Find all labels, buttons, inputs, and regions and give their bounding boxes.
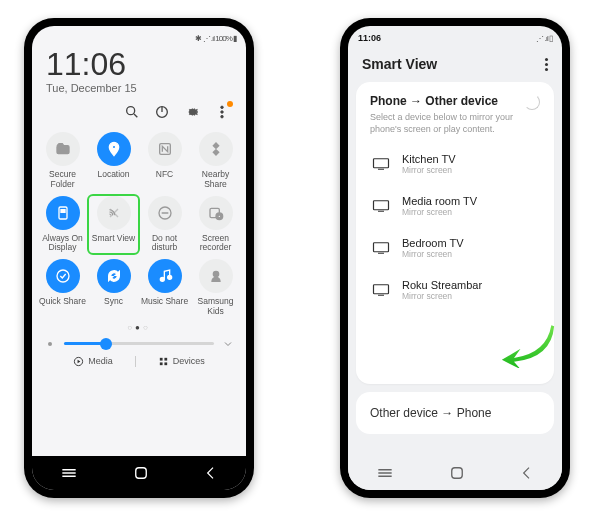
svg-rect-43 [452, 468, 463, 479]
tile-smart-view[interactable]: Smart View [87, 194, 140, 256]
tile-sync[interactable]: Sync [89, 259, 138, 317]
tile-secure-folder[interactable]: SecureFolder [38, 132, 87, 190]
tile-dnd[interactable]: Do notdisturb [140, 196, 189, 254]
svg-rect-24 [160, 357, 163, 360]
device-item[interactable]: Roku StreambarMirror screen [370, 269, 540, 311]
home-button[interactable] [132, 464, 150, 482]
svg-rect-27 [164, 362, 167, 365]
tile-label: Location [97, 170, 129, 188]
svg-marker-23 [78, 359, 81, 363]
folder-icon [46, 132, 80, 166]
search-icon[interactable] [124, 104, 140, 120]
status-right: ✱ ⋰ .ıl 100% ▮ [195, 34, 236, 43]
qshare-icon [46, 259, 80, 293]
power-icon[interactable] [154, 104, 170, 120]
home-button[interactable] [448, 464, 466, 482]
more-icon[interactable] [214, 104, 230, 120]
svg-line-1 [134, 114, 137, 117]
nearby-icon [199, 132, 233, 166]
nav-bar [32, 456, 246, 490]
more-icon[interactable] [545, 58, 548, 71]
devices-button[interactable]: Devices [158, 356, 205, 367]
tile-nearby-share[interactable]: NearbyShare [191, 132, 240, 190]
pin-icon [97, 132, 131, 166]
svg-point-20 [213, 271, 218, 276]
device-sub: Mirror screen [402, 249, 464, 259]
icon-bar [32, 94, 246, 126]
tile-samsung-kids[interactable]: SamsungKids [191, 259, 240, 317]
tile-location[interactable]: Location [89, 132, 138, 190]
svg-rect-32 [374, 159, 389, 168]
gear-icon[interactable] [184, 104, 200, 120]
svg-rect-31 [136, 468, 147, 479]
aod-icon [46, 196, 80, 230]
device-name: Roku Streambar [402, 279, 482, 291]
svg-point-21 [48, 342, 52, 346]
tv-icon [372, 283, 390, 297]
device-sub: Mirror screen [402, 291, 482, 301]
tile-label: Music Share [141, 297, 188, 315]
svg-point-6 [221, 115, 224, 118]
tile-quick-share[interactable]: Quick Share [38, 259, 87, 317]
tile-label: Quick Share [39, 297, 86, 315]
svg-point-19 [167, 275, 171, 279]
date: Tue, December 15 [46, 82, 232, 94]
svg-rect-38 [374, 285, 389, 294]
svg-point-0 [127, 107, 135, 115]
tile-aod[interactable]: Always OnDisplay [38, 196, 87, 254]
smart-view-header: Smart View [348, 48, 562, 82]
tile-screen-rec[interactable]: Screenrecorder [191, 196, 240, 254]
card-subtitle: Select a device below to mirror your pho… [370, 112, 540, 135]
device-item[interactable]: Media room TVMirror screen [370, 185, 540, 227]
tile-label: Screenrecorder [200, 234, 232, 254]
music-icon [148, 259, 182, 293]
back-button[interactable] [203, 465, 219, 481]
other-device-card[interactable]: Other device → Phone [356, 392, 554, 434]
tv-icon [372, 157, 390, 171]
recents-button[interactable] [59, 466, 79, 480]
cast-icon [97, 196, 131, 230]
tile-label: Sync [104, 297, 123, 315]
nfc-icon [148, 132, 182, 166]
page-title: Smart View [362, 56, 437, 72]
rec-icon [199, 196, 233, 230]
svg-point-4 [221, 106, 224, 109]
screen: ✱ ⋰ .ıl 100% ▮ 11:06 Tue, December 15 Se… [32, 26, 246, 490]
svg-rect-7 [57, 146, 69, 154]
back-button[interactable] [519, 465, 535, 481]
tile-label: NFC [156, 170, 173, 188]
svg-point-16 [218, 215, 221, 218]
tv-icon [372, 241, 390, 255]
tile-label: Always OnDisplay [42, 234, 83, 254]
phone-smart-view: 11:06 ⋰ .ıl ▯ Smart View Phone → Other d… [340, 18, 570, 498]
tile-nfc[interactable]: NFC [140, 132, 189, 190]
status-bar: ✱ ⋰ .ıl 100% ▮ [32, 26, 246, 48]
expand-icon[interactable] [222, 338, 234, 350]
tile-label: Smart View [92, 234, 135, 252]
device-name: Media room TV [402, 195, 477, 207]
clock: 11:06 [46, 48, 232, 80]
status-time: 11:06 [358, 33, 381, 43]
screen: 11:06 ⋰ .ıl ▯ Smart View Phone → Other d… [348, 26, 562, 490]
quick-tiles-grid: SecureFolderLocationNFCNearbyShareAlways… [32, 126, 246, 319]
media-button[interactable]: Media [73, 356, 113, 367]
kids-icon [199, 259, 233, 293]
device-item[interactable]: Kitchen TVMirror screen [370, 143, 540, 185]
nav-bar [348, 456, 562, 490]
device-item[interactable]: Bedroom TVMirror screen [370, 227, 540, 269]
svg-rect-34 [374, 201, 389, 210]
svg-rect-26 [160, 362, 163, 365]
phone-quick-settings: ✱ ⋰ .ıl 100% ▮ 11:06 Tue, December 15 Se… [24, 18, 254, 498]
brightness-slider[interactable] [64, 342, 214, 345]
device-sub: Mirror screen [402, 207, 477, 217]
page-indicator: ○●○ [32, 323, 246, 332]
brightness-low-icon [44, 338, 56, 350]
device-name: Kitchen TV [402, 153, 456, 165]
recents-button[interactable] [375, 466, 395, 480]
tile-label: SecureFolder [49, 170, 76, 190]
loading-spinner-icon [524, 94, 540, 110]
status-right: ⋰ .ıl ▯ [536, 34, 552, 43]
tile-music-share[interactable]: Music Share [140, 259, 189, 317]
svg-point-5 [221, 111, 224, 114]
device-name: Bedroom TV [402, 237, 464, 249]
